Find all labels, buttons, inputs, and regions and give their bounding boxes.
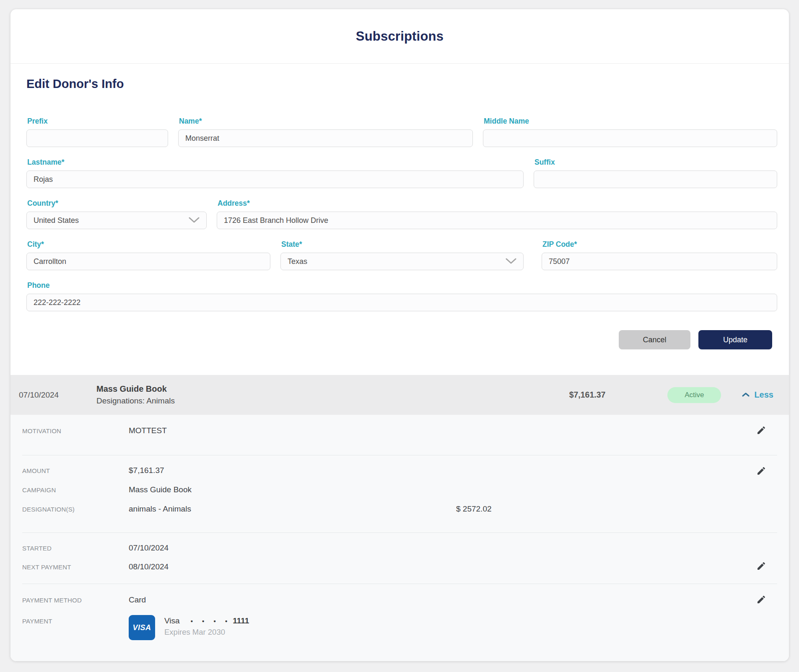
suffix-input[interactable]: [534, 171, 777, 188]
designation-amount: $ 2572.02: [456, 504, 492, 514]
campaign-value: Mass Guide Book: [129, 485, 192, 494]
phone-label: Phone: [26, 281, 777, 290]
state-field-group: State* Texas: [280, 240, 524, 270]
chevron-up-icon: [742, 392, 750, 398]
motivation-label: MOTIVATION: [22, 427, 129, 434]
subscription-amount: $7,161.37: [569, 390, 606, 400]
state-label: State*: [280, 240, 524, 249]
status-badge: Active: [667, 387, 721, 403]
name-label: Name*: [178, 117, 473, 126]
zip-input[interactable]: [542, 253, 777, 270]
subscription-title: Mass Guide Book: [96, 384, 569, 394]
phone-input[interactable]: [26, 294, 777, 311]
payment-section: PAYMENT METHOD Card PAYMENT VISA Visa • …: [22, 584, 777, 661]
pencil-icon: [756, 466, 767, 476]
country-field-group: Country* United States: [26, 199, 207, 229]
city-input[interactable]: [26, 253, 270, 270]
address-input[interactable]: [217, 212, 777, 229]
form-row-5: Phone: [26, 281, 777, 311]
chevron-down-icon: [189, 216, 200, 225]
address-label: Address*: [217, 199, 777, 208]
country-select[interactable]: United States: [26, 212, 207, 229]
card-last4: 1111: [233, 616, 249, 625]
middle-name-input[interactable]: [483, 129, 777, 147]
subscription-summary-row[interactable]: 07/10/2024 Mass Guide Book Designations:…: [10, 375, 789, 415]
card-masked-dots: • • • •: [191, 618, 231, 625]
form-row-3: Country* United States Address*: [26, 199, 777, 229]
next-payment-row: NEXT PAYMENT 08/10/2024: [22, 562, 777, 581]
subscriptions-card: Subscriptions Edit Donor's Info Prefix N…: [10, 9, 789, 661]
country-selected-value: United States: [34, 216, 79, 225]
designations-label: DESIGNATION(S): [22, 506, 129, 513]
form-heading: Edit Donor's Info: [26, 77, 777, 91]
form-row-1: Prefix Name* Middle Name: [26, 117, 777, 147]
suffix-label: Suffix: [534, 158, 777, 167]
page-background: Subscriptions Edit Donor's Info Prefix N…: [0, 0, 799, 672]
next-payment-value: 08/10/2024: [129, 562, 169, 571]
campaign-label: CAMPAIGN: [22, 486, 129, 494]
card-expiry: Expires Mar 2030: [164, 628, 249, 637]
card-number-line: Visa • • • • 1111: [164, 616, 249, 625]
pencil-icon: [756, 425, 767, 435]
card-brand: Visa: [164, 616, 180, 625]
schedule-section: STARTED 07/10/2024 NEXT PAYMENT 08/10/20…: [22, 532, 777, 584]
collapse-toggle-label: Less: [754, 390, 773, 400]
next-payment-label: NEXT PAYMENT: [22, 563, 129, 571]
form-row-4: City* State* Texas ZIP Code*: [26, 240, 777, 270]
city-label: City*: [26, 240, 270, 249]
chevron-down-icon: [506, 257, 516, 266]
state-selected-value: Texas: [288, 257, 307, 266]
lastname-input[interactable]: [26, 171, 524, 188]
amount-label: AMOUNT: [22, 467, 129, 474]
edit-motivation-button[interactable]: [756, 425, 767, 436]
campaign-row: CAMPAIGN Mass Guide Book: [22, 485, 777, 504]
payment-method-row: PAYMENT METHOD Card: [22, 595, 777, 614]
middle-name-field-group: Middle Name: [483, 117, 777, 147]
motivation-section: MOTIVATION MOTTEST: [22, 415, 777, 455]
designations-value: animals - Animals: [129, 504, 456, 514]
name-field-group: Name*: [178, 117, 473, 147]
zip-label: ZIP Code*: [542, 240, 777, 249]
country-label: Country*: [26, 199, 207, 208]
lastname-field-group: Lastname*: [26, 158, 524, 188]
started-value: 07/10/2024: [129, 543, 169, 553]
lastname-label: Lastname*: [26, 158, 524, 167]
subscription-designations-summary: Designations: Animals: [96, 396, 569, 406]
amount-section: AMOUNT $7,161.37 CAMPAIGN Mass Guide Boo…: [22, 455, 777, 532]
subscription-campaign-block: Mass Guide Book Designations: Animals: [96, 384, 569, 406]
state-select[interactable]: Texas: [280, 253, 524, 270]
update-button[interactable]: Update: [698, 330, 772, 349]
middle-name-label: Middle Name: [483, 117, 777, 126]
cancel-button[interactable]: Cancel: [619, 330, 690, 349]
motivation-value: MOTTEST: [129, 426, 167, 435]
prefix-label: Prefix: [26, 117, 168, 126]
zip-field-group: ZIP Code*: [542, 240, 777, 270]
prefix-field-group: Prefix: [26, 117, 168, 147]
suffix-field-group: Suffix: [534, 158, 777, 188]
phone-field-group: Phone: [26, 281, 777, 311]
subscription-details-panel: MOTIVATION MOTTEST AMOUNT $7,161.37 CAMP…: [10, 415, 789, 661]
edit-donor-form: Edit Donor's Info Prefix Name* Middle Na…: [10, 64, 789, 349]
card-details: Visa • • • • 1111 Expires Mar 2030: [164, 615, 249, 637]
address-field-group: Address*: [217, 199, 777, 229]
visa-logo: VISA: [129, 615, 155, 640]
payment-label: PAYMENT: [22, 615, 129, 625]
form-buttons: Cancel Update: [26, 330, 777, 349]
name-input[interactable]: [178, 129, 473, 147]
edit-payment-button[interactable]: [756, 594, 767, 605]
edit-next-payment-button[interactable]: [756, 561, 767, 571]
edit-amount-button[interactable]: [756, 465, 767, 476]
collapse-toggle-button[interactable]: Less: [742, 390, 773, 400]
pencil-icon: [756, 561, 767, 571]
amount-value: $7,161.37: [129, 466, 164, 475]
pencil-icon: [756, 594, 767, 605]
title-bar: Subscriptions: [10, 9, 789, 64]
prefix-input[interactable]: [26, 129, 168, 147]
started-label: STARTED: [22, 545, 129, 552]
payment-method-label: PAYMENT METHOD: [22, 597, 129, 604]
city-field-group: City*: [26, 240, 270, 270]
designations-row: DESIGNATION(S) animals - Animals $ 2572.…: [22, 504, 777, 524]
form-row-2: Lastname* Suffix: [26, 158, 777, 188]
motivation-row: MOTIVATION MOTTEST: [22, 426, 777, 445]
subscription-date: 07/10/2024: [19, 390, 96, 400]
